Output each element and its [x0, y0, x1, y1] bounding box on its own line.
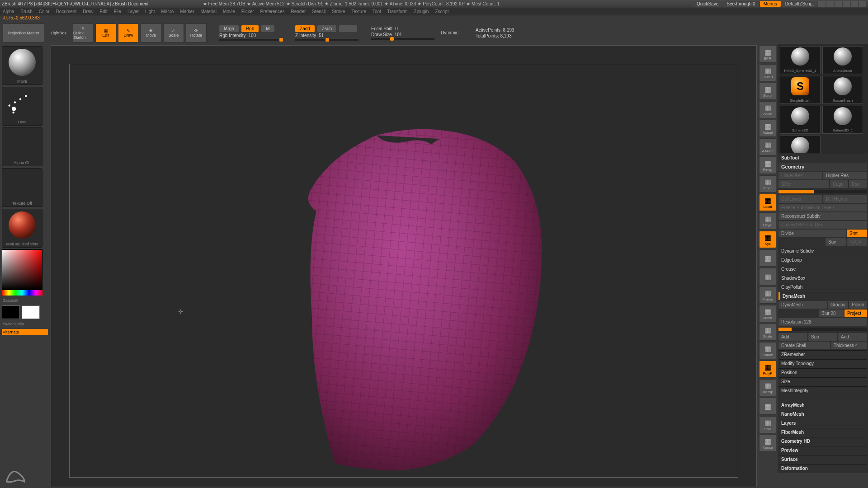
shelf-polyf[interactable]: ▦PolyF: [759, 361, 776, 378]
shelf-icon-12[interactable]: ▦: [759, 268, 776, 285]
and-button[interactable]: And: [838, 333, 867, 341]
shelf-zoom[interactable]: ▦Zoom: [759, 101, 776, 118]
del-higher-button[interactable]: Del Higher: [823, 195, 867, 203]
thumb-alphabrush[interactable]: AlphaBrush: [822, 46, 863, 74]
stroke-palette[interactable]: Dots: [2, 87, 42, 126]
shelf-actual[interactable]: ▦Actual: [759, 120, 776, 137]
resolution-slider[interactable]: Resolution 128: [778, 318, 867, 326]
menu-alpha[interactable]: Alpha: [3, 9, 14, 14]
thumb-sphere3d[interactable]: Sphere3D: [780, 106, 821, 134]
menu-stencil[interactable]: Stencil: [312, 9, 326, 14]
menu-color[interactable]: Color: [39, 9, 50, 14]
material-palette[interactable]: MatCap Red Wax: [2, 209, 42, 248]
menu-movie[interactable]: Movie: [223, 9, 235, 14]
divide-button[interactable]: Divide: [778, 230, 846, 237]
zscript-button[interactable]: DefaultZScript: [782, 1, 817, 7]
shelf-spix 3[interactable]: ▦SPix 3: [759, 64, 776, 81]
shelf-xyz[interactable]: ▦Xyz: [759, 231, 776, 248]
shelf-rotate[interactable]: ▦Rotate: [759, 342, 776, 359]
menu-edit[interactable]: Edit: [100, 9, 108, 14]
rgb-intensity-slider[interactable]: [219, 39, 283, 41]
shelf-frame[interactable]: ▦Frame: [759, 286, 776, 304]
modify-topology-section[interactable]: Modify Topology: [778, 359, 867, 367]
color-picker[interactable]: [2, 249, 48, 296]
dynamesh-button[interactable]: DynaMesh: [778, 301, 827, 309]
preview-section[interactable]: Preview: [778, 446, 867, 454]
z-intensity-slider[interactable]: [295, 39, 359, 41]
fibermesh-section[interactable]: FiberMesh: [778, 428, 867, 436]
create-shell-button[interactable]: Create Shell: [778, 342, 830, 349]
mrgb-button[interactable]: Mrgb: [219, 25, 239, 32]
move-button[interactable]: ✥Move: [141, 23, 161, 42]
alternate-button[interactable]: Alternate: [2, 329, 48, 335]
quicksave-button[interactable]: QuickSave: [693, 1, 722, 7]
primary-color[interactable]: [22, 305, 40, 319]
sdiv-button[interactable]: SDiv: [778, 180, 829, 188]
alpha-palette[interactable]: Alpha Off: [2, 127, 42, 166]
arraymesh-section[interactable]: ArrayMesh: [778, 401, 867, 409]
thumb-simplebrush[interactable]: SSimpleBrush: [780, 76, 821, 104]
menu-layer[interactable]: Layer: [127, 9, 139, 14]
gradient-button[interactable]: Gradient: [2, 297, 48, 304]
menu-marker[interactable]: Marker: [180, 9, 194, 14]
menu-material[interactable]: Material: [201, 9, 217, 14]
shadowbox-section[interactable]: ShadowBox: [778, 274, 867, 282]
minimize-icon[interactable]: [843, 1, 850, 7]
brush-palette[interactable]: Move: [2, 46, 42, 85]
shelf-scroll[interactable]: ▦Scroll: [759, 83, 776, 100]
menu-zplugin[interactable]: Zplugin: [414, 9, 429, 14]
maximize-icon[interactable]: [851, 1, 858, 7]
draw-size-slider[interactable]: [371, 38, 434, 40]
deformation-section[interactable]: Deformation: [778, 464, 867, 472]
shelf-scale[interactable]: ▦Scale: [759, 324, 776, 341]
dynamic-label[interactable]: Dynamic: [441, 30, 458, 35]
window-icon-3[interactable]: [835, 1, 842, 7]
projection-master-button[interactable]: Projection Master: [3, 23, 44, 42]
menu-file[interactable]: File: [114, 9, 121, 14]
shelf-local[interactable]: ▦Local: [759, 194, 776, 211]
reuv-button[interactable]: ReUV: [847, 238, 867, 246]
shelf-persp[interactable]: ▦Persp: [759, 157, 776, 174]
sub-button[interactable]: Sub: [808, 333, 837, 341]
dynamesh-header[interactable]: DynaMesh: [778, 292, 867, 300]
menu-zscript[interactable]: Zscript: [435, 9, 448, 14]
shelf-solo[interactable]: ▦Solo: [759, 416, 776, 433]
close-icon[interactable]: [859, 1, 866, 7]
project-button[interactable]: Project: [844, 310, 867, 317]
menu-document[interactable]: Document: [56, 9, 77, 14]
geometry-hd-section[interactable]: Geometry HD: [778, 437, 867, 445]
canvas[interactable]: ✛: [51, 45, 757, 487]
menu-macro[interactable]: Macro: [161, 9, 174, 14]
reconstruct-button[interactable]: Reconstruct Subdiv: [778, 212, 867, 220]
rotate-button[interactable]: ⟳Rotate: [186, 23, 207, 42]
secondary-color[interactable]: [2, 305, 20, 319]
m-button[interactable]: M: [261, 25, 274, 32]
thumb-eraserbrush[interactable]: EraserBrush: [822, 76, 863, 104]
higher-res-button[interactable]: Higher Res: [823, 172, 867, 179]
smt-button[interactable]: Smt: [847, 230, 867, 237]
shelf-move[interactable]: ▦Move: [759, 305, 776, 322]
dynamic-subdiv-section[interactable]: Dynamic Subdiv: [778, 247, 867, 255]
shelf-lsym[interactable]: ▦LSym: [759, 212, 776, 230]
shelf-transp[interactable]: ▦Transp: [759, 379, 776, 396]
add-button[interactable]: Add: [778, 333, 807, 341]
del-lower-button[interactable]: Del Lower: [778, 195, 822, 203]
scale-button[interactable]: ⤢Scale: [163, 23, 184, 42]
menu-transform[interactable]: Transform: [387, 9, 407, 14]
shelf-icon-19[interactable]: ▦: [759, 398, 776, 415]
thumb-sphere3d_1[interactable]: Sphere3D_1: [822, 106, 863, 134]
window-icon-1[interactable]: [818, 1, 826, 7]
draw-button[interactable]: ✎Draw: [118, 23, 139, 42]
subtool-header[interactable]: SubTool: [778, 154, 867, 162]
edit-button[interactable]: ▦Edit: [95, 23, 116, 42]
size-section[interactable]: Size: [778, 377, 867, 385]
zadd-button[interactable]: Zadd: [295, 25, 315, 32]
convert-bpr-button[interactable]: Convert BPR To Geo: [778, 221, 867, 229]
lower-res-button[interactable]: Lower Res: [778, 172, 822, 179]
quick-sketch-button[interactable]: ✎Quick Sketch: [73, 23, 94, 42]
menu-tool[interactable]: Tool: [373, 9, 381, 14]
shelf-aahalf[interactable]: ▦AAHalf: [759, 138, 776, 155]
menu-picker[interactable]: Picker: [241, 9, 254, 14]
shelf-bpr[interactable]: ▦BPR: [759, 46, 776, 63]
layers-section[interactable]: Layers: [778, 419, 867, 427]
